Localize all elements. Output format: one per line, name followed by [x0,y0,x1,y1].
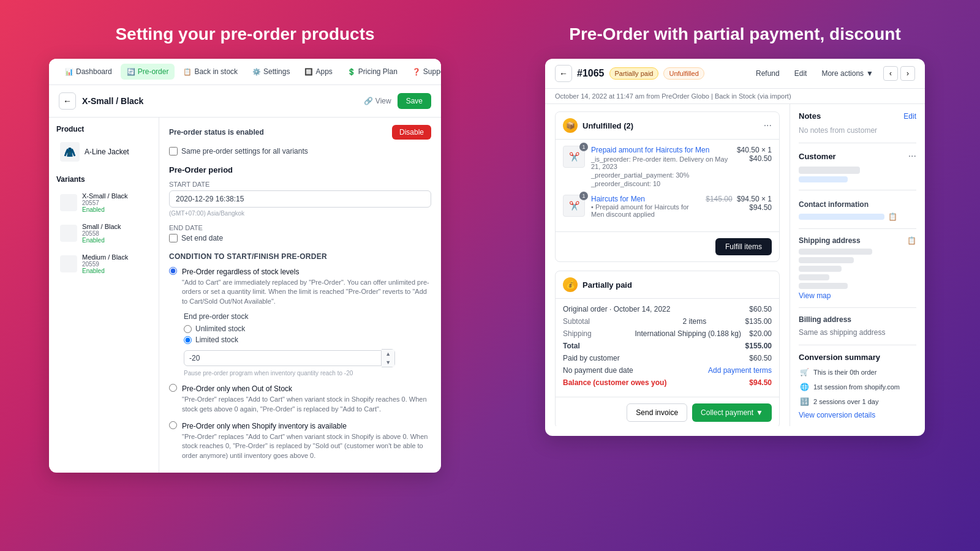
order-item-1: ✂️ 1 Prepaid amount for Haircuts for Men… [563,146,772,187]
copy-address-button[interactable]: 📋 [907,236,916,245]
fulfillment-more-button[interactable]: ··· [764,120,772,131]
order-content: 📦 Unfulfilled (2) ··· ✂️ 1 Prepai [545,104,925,426]
item-name-1[interactable]: Prepaid amount for Haircuts for Men [591,146,731,154]
conversion-text-3: 2 sessions over 1 day [813,398,878,405]
add-payment-terms-link[interactable]: Add payment terms [708,366,772,375]
variant-info-2: Small / Black 20558 Enabled [82,223,148,244]
back-button[interactable]: ← [59,92,76,110]
product-section-title: Product [56,125,151,133]
no-payment-row: No payment due date Add payment terms [563,366,772,375]
product-image: 🧥 [60,142,80,162]
item-name-2[interactable]: Haircuts for Men [591,195,699,203]
notes-edit-link[interactable]: Edit [903,112,916,121]
same-settings-checkbox[interactable] [169,147,178,156]
customer-more-button[interactable]: ··· [908,151,916,162]
dashboard-icon: 📊 [65,68,74,76]
condition-radio-3[interactable] [169,421,177,429]
conversion-section: Conversion summary 🛒 This is their 0th o… [799,353,916,419]
payment-icon: 💰 [563,277,578,292]
notes-header: Notes Edit [799,111,916,121]
item-icon-1: ✂️ [569,152,579,162]
edit-button[interactable]: Edit [790,67,812,80]
subtotal-row: Subtotal 2 items $135.00 [563,317,772,326]
item-meta-1c: _preorder_discount: 10 [591,180,731,187]
nav-dashboard[interactable]: 📊 Dashboard [59,64,118,80]
view-button[interactable]: 🔗 View [364,97,391,105]
more-actions-button[interactable]: More actions ▼ [816,67,878,80]
left-card: 📊 Dashboard 🔄 Pre-order 📋 Back in stock … [49,59,441,473]
unlimited-stock-radio[interactable] [184,325,192,333]
order-main: 📦 Unfulfilled (2) ··· ✂️ 1 Prepai [545,104,790,426]
condition-label-3: Pre-Order only when Shopify inventory is… [182,422,347,430]
condition-option-2-content: Pre-Order only when Out of Stock "Pre-Or… [182,383,431,414]
qty-up-button[interactable]: ▲ [382,350,394,358]
paid-row: Paid by customer $60.50 [563,354,772,362]
item-meta-1b: _preorder_partial_payment: 30% [591,171,731,179]
prev-order-button[interactable]: ‹ [883,66,898,81]
view-conversion-link[interactable]: View conversion details [799,411,916,419]
limited-stock-radio[interactable] [184,336,192,344]
variant-item-2[interactable]: Small / Black 20558 Enabled [56,219,151,247]
nav-support[interactable]: ❓ Support [406,64,441,80]
disable-button[interactable]: Disable [392,125,431,140]
notes-section: Notes Edit No notes from customer [799,111,916,143]
left-title: Setting your pre-order products [115,24,374,44]
variant-item-3[interactable]: Medium / Black 20559 Enabled [56,250,151,278]
condition-option-1-content: Pre-Order regardless of stock levels "Ad… [182,266,431,306]
cart-icon: 🛒 [799,367,810,378]
condition-desc-2: "Pre-Order" replaces "Add to Cart" when … [182,395,431,414]
next-order-button[interactable]: › [900,66,915,81]
conversion-text-2: 1st session from shopify.com [813,383,900,391]
condition-option-2: Pre-Order only when Out of Stock "Pre-Or… [169,383,431,414]
start-date-input[interactable] [169,190,431,208]
conversion-text-1: This is their 0th order [813,369,876,376]
item-image-2: ✂️ 1 [563,195,585,217]
item-image-1: ✂️ 1 [563,146,585,168]
shipping-row: Shipping International Shipping (0.188 k… [563,329,772,338]
set-end-date-checkbox[interactable] [169,234,178,242]
billing-same-text: Same as shipping address [799,328,885,337]
item-details-2: Haircuts for Men • Prepaid amount for Ha… [591,195,699,218]
nav-pricing[interactable]: 💲 Pricing Plan [341,64,404,80]
fulfill-items-button[interactable]: Fulfill items [715,238,772,255]
nav-settings[interactable]: ⚙️ Settings [246,64,296,80]
status-row: Pre-order status is enabled Disable [169,125,431,140]
variant-image-1 [60,194,77,211]
nav-back-in-stock[interactable]: 📋 Back in stock [177,64,244,80]
sub-options: End pre-order stock Unlimited stock Limi… [169,312,431,344]
globe-icon: 🌐 [799,381,810,392]
order-back-button[interactable]: ← [555,65,572,82]
qty-down-button[interactable]: ▼ [382,358,394,367]
item-price-2: $145.00 $94.50 × 1 $94.50 [706,195,772,212]
main-content: Product 🧥 A-Line Jacket Variants X-Small… [49,118,441,473]
collect-payment-button[interactable]: Collect payment ▼ [692,403,772,422]
order-item-2: ✂️ 1 Haircuts for Men • Prepaid amount f… [563,195,772,218]
customer-name [799,167,860,174]
send-invoice-button[interactable]: Send invoice [627,403,687,422]
address-line-3 [799,266,842,272]
order-items: ✂️ 1 Prepaid amount for Haircuts for Men… [556,140,779,231]
product-name: A-Line Jacket [85,148,129,156]
nav-preorder[interactable]: 🔄 Pre-order [121,64,175,80]
save-button[interactable]: Save [398,93,431,109]
quantity-limit-input[interactable] [184,350,382,366]
limited-stock-label: Limited stock [195,335,238,344]
condition-option-1: Pre-Order regardless of stock levels "Ad… [169,266,431,306]
condition-radio-1[interactable] [169,267,177,275]
period-heading: Pre-Order period [169,165,431,174]
pause-hint: Pause pre-order program when inventory q… [169,370,431,377]
right-title: Pre-Order with partial payment, discount [569,24,900,44]
fulfillment-header: 📦 Unfulfilled (2) ··· [556,112,779,140]
condition-label-2: Pre-Order only when Out of Stock [182,384,292,393]
fulfillment-card: 📦 Unfulfilled (2) ··· ✂️ 1 Prepai [555,111,780,262]
nav-apps[interactable]: 🔲 Apps [298,64,338,80]
nav-bar: 📊 Dashboard 🔄 Pre-order 📋 Back in stock … [49,59,441,85]
condition-radio-2[interactable] [169,384,177,392]
refund-button[interactable]: Refund [751,67,785,80]
variant-item-1[interactable]: X-Small / Black 20557 Enabled [56,189,151,217]
right-panel: Pre-Order with partial payment, discount… [490,0,980,551]
copy-email-button[interactable]: 📋 [888,212,897,221]
view-map-link[interactable]: View map [799,291,916,300]
contact-email-row: 📋 [799,212,916,221]
variant-image-2 [60,225,77,242]
